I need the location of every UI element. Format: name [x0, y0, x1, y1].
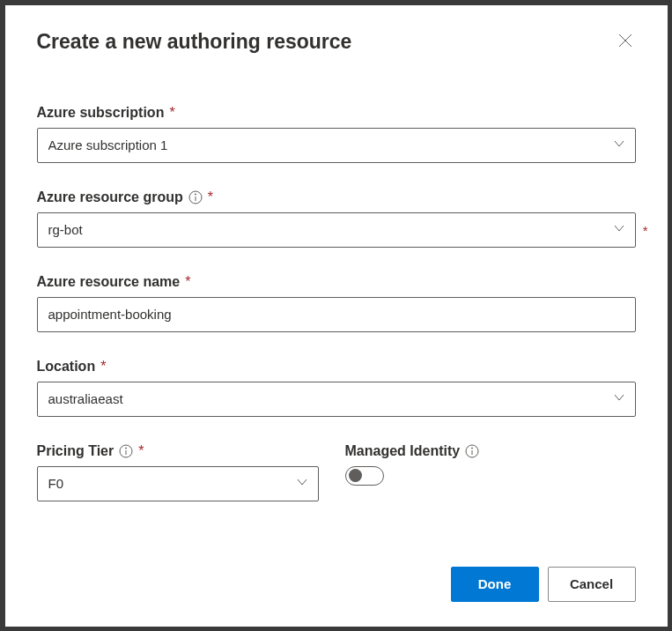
- dialog-title: Create a new authoring resource: [37, 30, 352, 54]
- info-icon[interactable]: [119, 444, 133, 458]
- location-field-group: Location *: [37, 359, 636, 417]
- done-button[interactable]: Done: [451, 567, 539, 602]
- required-indicator: *: [643, 222, 648, 237]
- resource-name-label-text: Azure resource name: [37, 274, 181, 290]
- managed-identity-label: Managed Identity: [345, 443, 636, 459]
- resource-group-select[interactable]: [37, 212, 636, 248]
- dialog-footer: Done Cancel: [451, 567, 636, 602]
- svg-point-6: [126, 447, 127, 448]
- resource-name-field-group: Azure resource name *: [37, 274, 636, 332]
- dialog-header: Create a new authoring resource: [37, 30, 636, 54]
- managed-identity-toggle-wrapper: [345, 466, 636, 489]
- pricing-tier-label: Pricing Tier *: [37, 443, 319, 459]
- close-icon: [618, 33, 632, 50]
- pricing-tier-select[interactable]: [37, 466, 319, 501]
- subscription-field-group: Azure subscription *: [37, 105, 636, 163]
- location-select-wrapper: [37, 382, 636, 417]
- resource-group-select-wrapper: *: [37, 212, 636, 248]
- resource-group-label: Azure resource group *: [37, 189, 636, 205]
- required-indicator: *: [185, 274, 190, 290]
- pricing-tier-select-wrapper: [37, 466, 319, 501]
- subscription-select-wrapper: [37, 128, 636, 163]
- bottom-row: Pricing Tier *: [37, 443, 636, 528]
- required-indicator: *: [100, 359, 106, 375]
- subscription-label: Azure subscription *: [37, 105, 636, 121]
- required-indicator: *: [208, 189, 213, 205]
- managed-identity-toggle[interactable]: [345, 466, 384, 486]
- info-icon[interactable]: [188, 190, 203, 204]
- required-indicator: *: [138, 443, 144, 459]
- resource-name-label: Azure resource name *: [37, 274, 636, 290]
- resource-group-field-group: Azure resource group * *: [37, 189, 636, 248]
- pricing-tier-field-group: Pricing Tier *: [37, 443, 319, 501]
- info-icon[interactable]: [465, 444, 479, 458]
- cancel-button[interactable]: Cancel: [548, 567, 636, 602]
- required-indicator: *: [169, 105, 174, 121]
- svg-point-3: [195, 193, 196, 194]
- resource-group-label-text: Azure resource group: [37, 189, 183, 205]
- location-label: Location *: [37, 359, 636, 375]
- managed-identity-field-group: Managed Identity: [345, 443, 636, 501]
- close-button[interactable]: [615, 30, 636, 54]
- subscription-select[interactable]: [37, 128, 636, 163]
- create-authoring-resource-dialog: Create a new authoring resource Azure su…: [5, 5, 668, 627]
- managed-identity-label-text: Managed Identity: [345, 443, 461, 459]
- svg-point-9: [472, 447, 473, 448]
- subscription-label-text: Azure subscription: [37, 105, 165, 121]
- location-select[interactable]: [37, 382, 636, 417]
- location-label-text: Location: [37, 359, 96, 375]
- pricing-tier-label-text: Pricing Tier: [37, 443, 114, 459]
- resource-name-input[interactable]: [37, 297, 636, 332]
